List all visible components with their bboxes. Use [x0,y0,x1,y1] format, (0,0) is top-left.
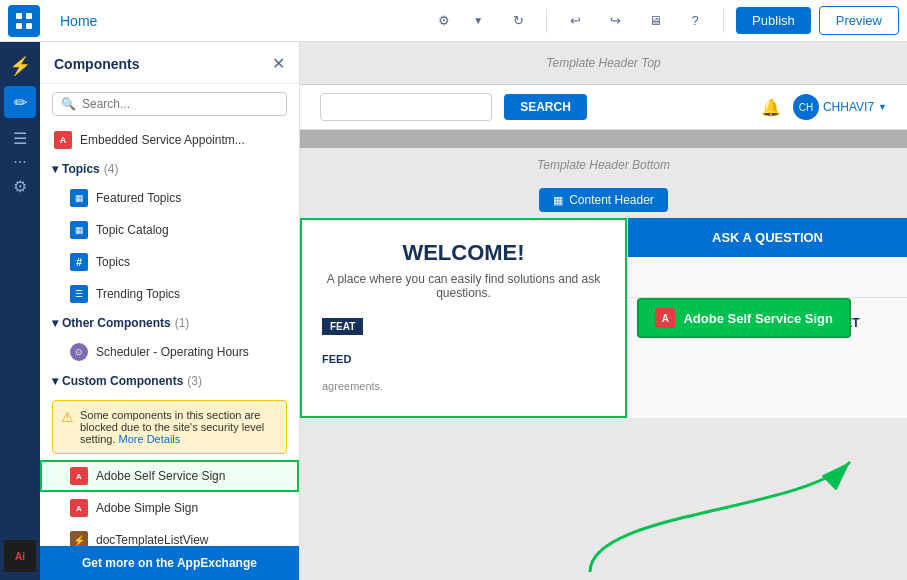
item-label: Adobe Self Service Sign [96,469,225,483]
canvas-area: Template Header Top SEARCH 🔔 CH CHHAVI7 … [300,42,907,580]
site-search-button[interactable]: SEARCH [504,94,587,120]
adobe-self-service-sign-item[interactable]: A Adobe Self Service Sign [40,460,299,492]
undo-icon[interactable]: ↩ [559,5,591,37]
sidebar-icon-gear[interactable]: ⚙ [4,170,36,202]
list-item[interactable]: A Embedded Service Appointm... [40,124,299,156]
svg-rect-2 [16,23,22,29]
warning-icon: ⚠ [61,409,74,445]
svg-rect-0 [16,13,22,19]
components-panel: Components ✕ 🔍 A Embedded Service Appoin… [40,42,300,580]
user-name: CHHAVI7 [823,100,874,114]
list-icon: ☰ [70,285,88,303]
section-other[interactable]: ▾ Other Components (1) [40,310,299,336]
content-header-button[interactable]: ▦ Content Header [539,188,668,212]
adobe-sign-drag-overlay: A Adobe Self Service Sign [637,298,851,338]
home-tab[interactable]: Home [48,13,109,29]
feed-section: FEED [302,343,625,374]
section-label: Custom Components [62,374,183,388]
list-item[interactable]: ☰ Trending Topics [40,278,299,310]
sidebar-icon-pencil[interactable]: ✏ [4,86,36,118]
welcome-section: WELCOME! A place where you can easily fi… [302,220,625,310]
panel-title: Components [54,56,140,72]
content-left: WELCOME! A place where you can easily fi… [300,218,627,418]
user-avatar-group[interactable]: CH CHHAVI7 ▼ [793,94,887,120]
help-icon[interactable]: ? [679,5,711,37]
item-label: Scheduler - Operating Hours [96,345,249,359]
item-label: Adobe Simple Sign [96,501,198,515]
section-topics[interactable]: ▾ Topics (4) [40,156,299,182]
list-item[interactable]: ⚡ docTemplateListView [40,524,299,546]
grid-icon: ▦ [70,189,88,207]
feat-label: FEAT [322,318,363,335]
template-header-top: Template Header Top [300,42,907,85]
hash-icon: # [70,253,88,271]
preview-button[interactable]: Preview [819,6,899,35]
welcome-subtitle: A place where you can easily find soluti… [322,272,605,300]
list-item[interactable]: ▦ Featured Topics [40,182,299,214]
section-custom[interactable]: ▾ Custom Components (3) [40,368,299,394]
sidebar-icons: ⚡ ✏ ☰ ··· ⚙ Ai [0,42,40,580]
item-label: docTemplateListView [96,533,209,546]
adobe-icon: A [70,467,88,485]
appexchange-button[interactable]: Get more on the AppExchange [40,546,299,580]
app-launcher-icon[interactable] [8,5,40,37]
publish-button[interactable]: Publish [736,7,811,34]
settings-icon[interactable]: ⚙ [428,5,460,37]
site-header: SEARCH 🔔 CH CHHAVI7 ▼ [300,85,907,130]
refresh-icon[interactable]: ↻ [502,5,534,37]
clock-icon: ⊙ [70,343,88,361]
content-header-bar: ▦ Content Header [300,182,907,218]
list-item[interactable]: ⊙ Scheduler - Operating Hours [40,336,299,368]
sidebar-icon-lightning[interactable]: ⚡ [4,50,36,82]
sidebar-icon-adobe[interactable]: Ai [4,540,36,572]
redo-icon[interactable]: ↪ [599,5,631,37]
gray-band [300,130,907,148]
section-count: (4) [104,162,119,176]
section-count: (3) [187,374,202,388]
adobe-sign-overlay-label: Adobe Self Service Sign [683,311,833,326]
more-details-link[interactable]: More Details [119,433,181,445]
main-layout: ⚡ ✏ ☰ ··· ⚙ Ai Components ✕ 🔍 A Embedded… [0,42,907,580]
agreements-text: agreements. [302,374,625,398]
bell-icon[interactable]: 🔔 [761,98,781,117]
section-label: Other Components [62,316,171,330]
item-label: Featured Topics [96,191,181,205]
avatar: CH [793,94,819,120]
sidebar-icon-list[interactable]: ☰ [4,122,36,154]
warning-text: Some components in this section are bloc… [80,409,278,445]
svg-rect-1 [26,13,32,19]
search-icon: 🔍 [61,97,76,111]
list-item[interactable]: ▦ Topic Catalog [40,214,299,246]
divider [546,9,547,33]
settings-group: ⚙ ▼ [428,5,494,37]
section-count: (1) [175,316,190,330]
dropdown-arrow-icon[interactable]: ▼ [878,102,887,112]
search-input[interactable] [82,97,278,111]
item-label: Trending Topics [96,287,180,301]
welcome-title: WELCOME! [322,240,605,266]
site-search-input[interactable] [320,93,492,121]
grid-icon: ▦ [70,221,88,239]
search-box: 🔍 [40,84,299,124]
settings-dropdown-icon[interactable]: ▼ [462,5,494,37]
chevron-down-icon: ▾ [52,316,58,330]
item-label: Topics [96,255,130,269]
panel-header: Components ✕ [40,42,299,84]
search-input-wrap: 🔍 [52,92,287,116]
divider2 [723,9,724,33]
close-button[interactable]: ✕ [272,54,285,73]
list-item[interactable]: A Adobe Simple Sign [40,492,299,524]
embedded-icon: A [54,131,72,149]
warning-box: ⚠ Some components in this section are bl… [52,400,287,454]
desktop-icon[interactable]: 🖥 [639,5,671,37]
top-navbar: Home ⚙ ▼ ↻ ↩ ↪ 🖥 ? Publish Preview [0,0,907,42]
svg-rect-3 [26,23,32,29]
bolt-icon: ⚡ [70,531,88,546]
ask-question-button[interactable]: ASK A QUESTION [628,218,907,257]
adobe-drag-icon: A [655,308,675,328]
adobe-icon: A [70,499,88,517]
feed-label: FEED [322,353,351,365]
item-label: Embedded Service Appointm... [80,133,245,147]
list-item[interactable]: # Topics [40,246,299,278]
section-label: Topics [62,162,100,176]
